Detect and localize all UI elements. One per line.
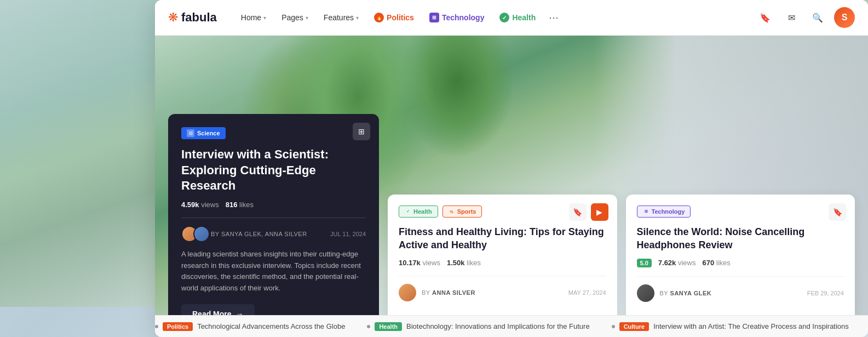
health-tag-icon: ✓ bbox=[405, 208, 411, 215]
card-authors: BY SANYA GLEK, ANNA SILVER JUL 11, 2024 bbox=[181, 226, 366, 242]
ticker-item: Health Biotechnology: Innovations and Im… bbox=[367, 322, 589, 331]
card-divider bbox=[181, 218, 366, 218]
bookmark-button[interactable]: 🔖 bbox=[755, 8, 775, 27]
rating-badge: 5.0 bbox=[637, 259, 652, 267]
science-icon: ⊡ bbox=[187, 129, 194, 137]
article-date: JUL 11, 2024 bbox=[330, 231, 366, 237]
ticker-bar: Politics Technological Advancements Acro… bbox=[155, 315, 868, 337]
cards-overlay: ⊞ ⊡ Science Interview with a Scientist: … bbox=[155, 114, 868, 337]
side-card-divider-1 bbox=[399, 276, 606, 276]
article-excerpt: A leading scientist shares insights into… bbox=[181, 249, 366, 294]
side-card-actions-2: 🔖 bbox=[829, 203, 846, 221]
nav-technology[interactable]: ⊞ Technology bbox=[423, 9, 491, 26]
main-article-card: ⊞ ⊡ Science Interview with a Scientist: … bbox=[168, 114, 379, 337]
side-author-date-1: MAY 27, 2024 bbox=[568, 289, 606, 296]
nav-actions: 🔖 ✉ 🔍 S bbox=[755, 7, 855, 28]
technology-icon: ⊞ bbox=[429, 13, 439, 22]
nav-features[interactable]: Features ▾ bbox=[317, 9, 365, 26]
logo-icon: ❋ bbox=[168, 10, 178, 25]
play-button[interactable]: ▶ bbox=[591, 203, 608, 221]
chevron-down-icon: ▾ bbox=[356, 15, 359, 21]
nav-home[interactable]: Home ▾ bbox=[234, 9, 273, 26]
politics-icon: 🔥 bbox=[374, 13, 384, 22]
side-card-divider-2 bbox=[637, 276, 844, 277]
ticker-dot bbox=[367, 325, 370, 328]
side-author-info-1: BY ANNA SILVER bbox=[422, 289, 475, 296]
ticker-text: Technological Advancements Across the Gl… bbox=[197, 322, 345, 330]
sports-tag[interactable]: % Sports bbox=[442, 205, 482, 218]
ticker-tag-culture[interactable]: Culture bbox=[619, 322, 649, 331]
chevron-down-icon: ▾ bbox=[306, 15, 308, 21]
side-card-stats-1: 10.17k views 1.50k likes bbox=[399, 259, 606, 267]
ticker-item: Politics Technological Advancements Acro… bbox=[155, 322, 345, 331]
side-card-actions: 🔖 ▶ bbox=[569, 203, 608, 221]
card-bookmark-button[interactable]: ⊞ bbox=[353, 123, 370, 140]
hero-section: ⊞ ⊡ Science Interview with a Scientist: … bbox=[155, 36, 868, 337]
author-names: BY SANYA GLEK, ANNA SILVER bbox=[211, 231, 307, 237]
main-window: ❋ fabula Home ▾ Pages ▾ Features ▾ 🔥 Pol… bbox=[155, 0, 868, 337]
nav-more-menu[interactable]: ⋯ bbox=[544, 9, 563, 26]
side-author-avatar-1 bbox=[399, 284, 416, 301]
ticker-text: Interview with an Artist: The Creative P… bbox=[653, 322, 849, 330]
nav-health[interactable]: ✓ Health bbox=[493, 9, 542, 26]
side-card-tags-2: ⊞ Technology bbox=[637, 205, 844, 218]
health-icon: ✓ bbox=[499, 13, 509, 22]
technology-tag[interactable]: ⊞ Technology bbox=[637, 205, 691, 218]
nav-politics[interactable]: 🔥 Politics bbox=[367, 9, 421, 26]
side-card-title-2: Silence the World: Noise Cancelling Head… bbox=[637, 225, 844, 252]
mail-button[interactable]: ✉ bbox=[781, 8, 801, 27]
side-author-info-2: BY SANYA GLEK bbox=[660, 290, 712, 296]
technology-tag-icon: ⊞ bbox=[643, 208, 649, 215]
side-card-author-1: BY ANNA SILVER MAY 27, 2024 bbox=[399, 284, 606, 301]
side-author-avatar-2 bbox=[637, 284, 654, 302]
main-article-stats: 4.59k views 816 likes bbox=[181, 201, 366, 209]
side-bookmark-button[interactable]: 🔖 bbox=[569, 203, 587, 221]
logo-text: fabula bbox=[181, 10, 217, 25]
ticker-dot bbox=[612, 325, 615, 328]
side-card-title-1: Fitness and Healthy Living: Tips for Sta… bbox=[399, 225, 606, 252]
author-avatar-2 bbox=[193, 226, 210, 242]
author-avatars bbox=[181, 226, 205, 242]
side-card-stats-2: 5.0 7.62k views 670 likes bbox=[637, 259, 844, 267]
navbar: ❋ fabula Home ▾ Pages ▾ Features ▾ 🔥 Pol… bbox=[155, 0, 868, 36]
main-article-title: Interview with a Scientist: Exploring Cu… bbox=[181, 147, 366, 194]
user-avatar[interactable]: S bbox=[834, 7, 855, 28]
sports-tag-icon: % bbox=[449, 208, 455, 215]
nav-pages[interactable]: Pages ▾ bbox=[275, 9, 315, 26]
side-bookmark-button-2[interactable]: 🔖 bbox=[829, 203, 846, 221]
side-author-date-2: FEB 29, 2024 bbox=[807, 290, 844, 296]
search-button[interactable]: 🔍 bbox=[808, 8, 827, 27]
ticker-text: Biotechnology: Innovations and Implicati… bbox=[406, 322, 590, 330]
ticker-tag-health[interactable]: Health bbox=[375, 322, 402, 331]
side-card-author-2: BY SANYA GLEK FEB 29, 2024 bbox=[637, 284, 844, 302]
ticker-content: Politics Technological Advancements Acro… bbox=[155, 322, 868, 331]
science-category-badge[interactable]: ⊡ Science bbox=[181, 127, 226, 139]
ticker-dot bbox=[155, 325, 158, 328]
ticker-tag-politics[interactable]: Politics bbox=[163, 322, 193, 331]
health-tag[interactable]: ✓ Health bbox=[399, 205, 438, 218]
ticker-item: Culture Interview with an Artist: The Cr… bbox=[612, 322, 849, 331]
chevron-down-icon: ▾ bbox=[263, 15, 266, 21]
logo[interactable]: ❋ fabula bbox=[168, 10, 217, 25]
nav-links: Home ▾ Pages ▾ Features ▾ 🔥 Politics ⊞ T… bbox=[234, 9, 755, 26]
